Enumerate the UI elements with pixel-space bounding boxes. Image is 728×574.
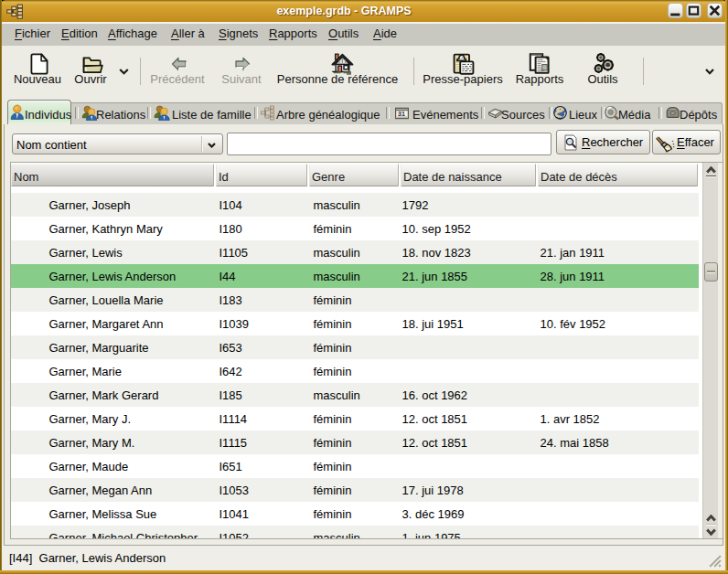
svg-text:31: 31 — [398, 111, 405, 117]
